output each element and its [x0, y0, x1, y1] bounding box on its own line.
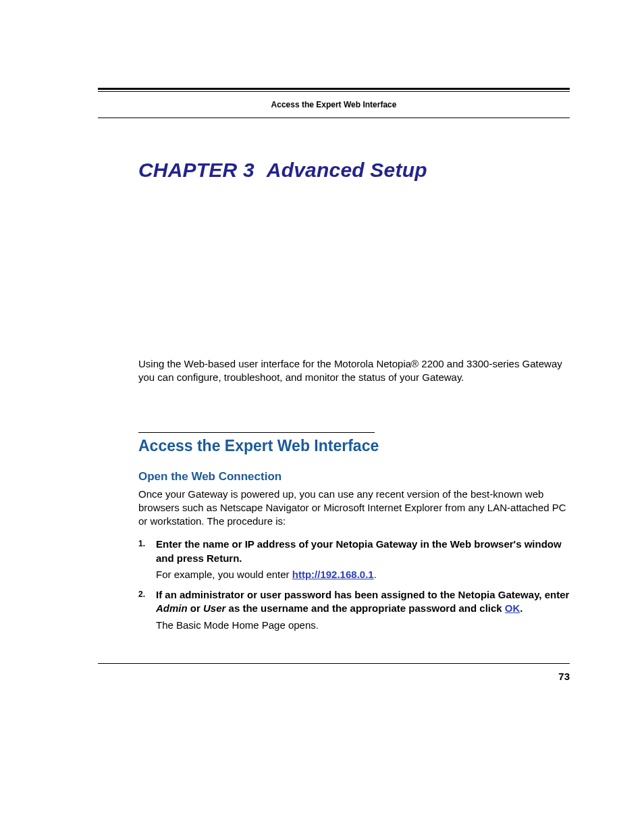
page-number: 73 — [558, 671, 570, 682]
footer-rule — [98, 663, 570, 664]
ok-link[interactable]: OK — [505, 602, 520, 614]
step-2-or: or — [188, 602, 203, 614]
step-2-user: User — [203, 602, 225, 614]
step-2-admin: Admin — [156, 602, 188, 614]
section-body: Once your Gateway is powered up, you can… — [138, 488, 570, 529]
step-1-example: For example, you would enter http://192.… — [156, 568, 570, 581]
step-2-instruction: If an administrator or user password has… — [156, 588, 570, 616]
step-2-result: The Basic Mode Home Page opens. — [156, 619, 570, 632]
intro-paragraph: Using the Web-based user interface for t… — [138, 357, 570, 385]
section-rule — [138, 432, 375, 433]
top-rule-heavy — [98, 88, 570, 90]
step-2-suffix: . — [520, 602, 522, 614]
subsection-heading: Open the Web Connection — [138, 470, 570, 484]
step-1: Enter the name or IP address of your Net… — [138, 538, 570, 581]
step-1-example-suffix: . — [374, 569, 377, 580]
section-heading: Access the Expert Web Interface — [138, 437, 570, 455]
top-rule-light — [98, 91, 570, 92]
steps-list: Enter the name or IP address of your Net… — [138, 538, 570, 632]
chapter-title: CHAPTER 3Advanced Setup — [138, 159, 570, 182]
step-2-prefix: If an administrator or user password has… — [156, 589, 569, 600]
example-url-link[interactable]: http://192.168.0.1 — [292, 569, 374, 580]
under-running-rule — [98, 118, 570, 118]
step-2-mid: as the username and the appropriate pass… — [225, 602, 504, 614]
step-1-instruction: Enter the name or IP address of your Net… — [156, 538, 570, 565]
step-2: If an administrator or user password has… — [138, 588, 570, 632]
running-head: Access the Expert Web Interface — [179, 100, 489, 109]
chapter-name: Advanced Setup — [267, 159, 427, 181]
page-container: Access the Expert Web Interface CHAPTER … — [0, 0, 644, 706]
chapter-label: CHAPTER 3 — [138, 159, 254, 181]
step-1-example-prefix: For example, you would enter — [156, 569, 292, 580]
